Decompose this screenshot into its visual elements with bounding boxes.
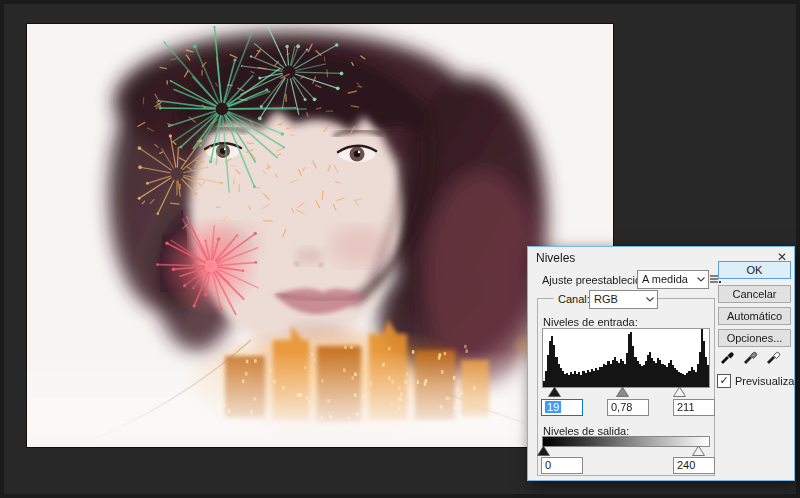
dialog-title: Niveles bbox=[536, 251, 575, 265]
output-black-slider[interactable] bbox=[537, 446, 550, 456]
input-black-slider[interactable] bbox=[548, 387, 561, 397]
input-gamma-slider[interactable] bbox=[616, 387, 629, 397]
photo-fog bbox=[27, 350, 613, 447]
output-black-field[interactable]: 0 bbox=[541, 457, 583, 474]
input-black-field[interactable]: 19 bbox=[541, 399, 583, 416]
white-point-eyedropper-icon[interactable] bbox=[766, 349, 781, 364]
black-point-eyedropper-icon[interactable] bbox=[720, 349, 735, 364]
channel-dropdown[interactable]: RGB bbox=[589, 290, 658, 309]
red-firework-glow bbox=[160, 216, 260, 316]
eyedropper-tools bbox=[720, 349, 781, 364]
channel-value: RGB bbox=[594, 293, 618, 305]
cancel-button[interactable]: Cancelar bbox=[718, 285, 791, 303]
options-button[interactable]: Opciones... bbox=[718, 329, 791, 347]
preset-label: Ajuste preestablecido: bbox=[542, 274, 650, 286]
chevron-down-icon bbox=[646, 297, 654, 302]
channel-label: Canal: bbox=[554, 293, 594, 305]
chevron-down-icon bbox=[697, 277, 705, 282]
auto-button[interactable]: Automático bbox=[718, 307, 791, 325]
histogram bbox=[542, 328, 710, 388]
input-white-field[interactable]: 211 bbox=[673, 399, 715, 416]
input-slider-track bbox=[542, 387, 708, 397]
photoshop-workspace: Niveles ✕ Ajuste preestablecido: A medid… bbox=[0, 0, 800, 498]
check-icon: ✓ bbox=[719, 374, 728, 386]
output-slider-track bbox=[542, 446, 708, 456]
input-levels-label: Niveles de entrada: bbox=[543, 316, 638, 328]
input-gamma-field[interactable]: 0,78 bbox=[607, 399, 649, 416]
gray-point-eyedropper-icon[interactable] bbox=[743, 349, 758, 364]
preview-label: Previsualizar bbox=[735, 375, 798, 387]
ok-button[interactable]: OK bbox=[718, 261, 791, 279]
document-canvas[interactable] bbox=[27, 24, 613, 447]
checkbox-box: ✓ bbox=[717, 374, 731, 388]
histogram-bars bbox=[543, 329, 709, 387]
preset-value: A medida bbox=[642, 273, 688, 285]
output-white-field[interactable]: 240 bbox=[673, 457, 715, 474]
preview-checkbox[interactable]: ✓ Previsualizar bbox=[717, 374, 798, 388]
portrait-photo bbox=[27, 24, 613, 447]
preset-dropdown[interactable]: A medida bbox=[637, 270, 709, 289]
levels-dialog: Niveles ✕ Ajuste preestablecido: A medid… bbox=[527, 246, 795, 481]
input-white-slider[interactable] bbox=[673, 387, 686, 397]
output-white-slider[interactable] bbox=[692, 446, 705, 456]
